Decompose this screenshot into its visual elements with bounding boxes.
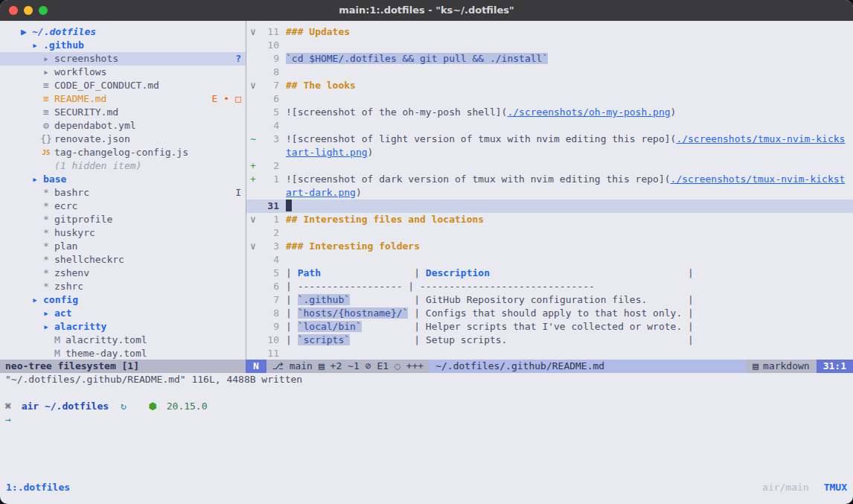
editor-line[interactable]: 9| `local/bin` | Helper scripts that I'v… [246,320,853,334]
folder-icon: ▶ [18,25,30,39]
tree-item[interactable]: ▸alacritty [0,320,246,334]
line-content: ## Interesting files and locations [286,213,846,226]
tree-item[interactable]: ▸config [0,293,246,307]
tree-item[interactable]: ▸workflows [0,66,246,79]
filetype-icon: ▤ [753,360,758,373]
editor-line[interactable]: 8 [246,66,853,79]
editor-line[interactable]: 6 [246,92,853,106]
editor-line[interactable]: ∨3### Interesting folders [246,240,853,253]
statusline-filepath: ~/.dotfiles/.github/README.md [429,360,746,373]
tree-item-label: huskyrc [54,226,95,240]
tree-item[interactable]: ⚙dependabot.yml [0,119,246,133]
apple-icon: ⌘ [5,401,11,412]
tree-item[interactable]: ▶~/.dotfiles [0,25,246,39]
status-badge: ? [235,52,241,66]
diagnostics-count: ⊘ E1 [365,360,389,373]
editor-line[interactable]: 9`cd $HOME/.dotfiles && git pull && ./in… [246,52,853,66]
line-content: ![screenshot of the oh-my-posh shell](./… [286,106,846,119]
cursor [286,200,292,211]
editor-line[interactable]: 5![screenshot of the oh-my-posh shell](.… [246,106,853,119]
file-icon: ⚙ [40,119,52,133]
shell-prompt: ⌘ air ~/.dotfiles ↻ ⬢ 20.15.0 [5,400,853,413]
tree-item[interactable]: ▸base [0,173,246,186]
tree-item-label: .github [43,39,84,52]
tree-item[interactable]: *zshrc [0,280,246,293]
window-title: main:1:.dotfiles - "ks~/.dotfiles" [339,4,514,17]
editor-line[interactable]: 7| `.github` | GitHub Repository configu… [246,293,853,307]
tree-item-label: CODE_OF_CONDUCT.md [54,79,159,92]
line-number: 1 [260,173,279,186]
tree-item-label: act [54,307,71,320]
editor-line[interactable]: 4 [246,253,853,267]
tmux-pane: ▶~/.dotfiles▸.github▸screenshots?▸workfl… [0,21,853,360]
tree-item-label: base [43,173,66,186]
tree-item[interactable]: ▸.github [0,39,246,52]
editor-line[interactable]: 6| ------------------ | ----------------… [246,280,853,293]
tree-item[interactable]: ≡CODE_OF_CONDUCT.md [0,79,246,92]
line-content: | `local/bin` | Helper scripts that I've… [286,320,846,334]
tree-item[interactable]: Mtheme-day.toml [0,347,246,360]
statusline-extra: ◌ +++ [394,360,424,373]
tmux-window-item[interactable]: 1:.dotfiles [6,481,70,494]
editor-line[interactable]: ~3![screenshot of light version of tmux … [246,133,853,159]
tree-item[interactable]: *plan [0,240,246,253]
file-icon: * [40,200,52,213]
line-content: ![screenshot of light version of tmux wi… [286,133,846,159]
node-version: 20.15.0 [167,401,208,412]
tree-item-label: shellcheckrc [54,253,124,267]
folder-icon: ▸ [40,320,52,334]
editor-line[interactable]: 11 [246,347,853,360]
editor-line[interactable]: 2 [246,226,853,240]
folder-icon: ▸ [40,52,52,66]
tree-item[interactable]: *ecrc [0,200,246,213]
tree-item-label: theme-day.toml [66,347,147,360]
file-icon: * [40,240,52,253]
file-icon: M [51,334,63,347]
file-icon: {} [40,133,52,146]
tree-item[interactable]: ▸screenshots? [0,52,246,66]
editor-line[interactable]: 10 [246,39,853,52]
editor-line[interactable]: +1![screenshot of dark version of tmux w… [246,173,853,200]
tree-item[interactable]: JStag-changelog-config.js [0,146,246,159]
folder-icon: ▸ [40,307,52,320]
tree-item[interactable]: *huskyrc [0,226,246,240]
editor-line[interactable]: ∨11### Updates [246,25,853,39]
traffic-lights [9,0,48,21]
close-button[interactable] [9,6,18,15]
editor-line[interactable]: 8| `hosts/{hostname}/` | Configs that sh… [246,307,853,320]
line-number: 11 [260,25,279,39]
editor-line[interactable]: 4 [246,119,853,133]
editor-line[interactable]: ∨1## Interesting files and locations [246,213,853,226]
tree-item[interactable]: ≡README.mdE•□ [0,92,246,106]
line-content: | ------------------ | -----------------… [286,280,846,293]
editor-line[interactable]: +2 [246,159,853,173]
editor-line[interactable]: 31 [246,200,853,213]
status-badge: I [235,186,241,200]
minimize-button[interactable] [24,6,33,15]
tree-item[interactable]: *zshenv [0,267,246,280]
tree-item-label: alacritty.toml [66,334,147,347]
tree-item[interactable]: ▸act [0,307,246,320]
tree-item[interactable]: {}renovate.json [0,133,246,146]
editor-line[interactable]: ∨7## The looks [246,79,853,92]
editor-line[interactable]: 5| Path | Description | [246,267,853,280]
tree-item-label: plan [54,240,77,253]
line-number: 6 [260,92,279,106]
tree-item[interactable]: (1 hidden item) [0,159,246,173]
tree-item[interactable]: *gitprofile [0,213,246,226]
tree-item[interactable]: ≡SECURITY.md [0,106,246,119]
fullscreen-button[interactable] [39,6,48,15]
gutter-sign: + [246,159,260,173]
tree-item[interactable]: *shellcheckrc [0,253,246,267]
git-branch: ⎇ main [272,360,313,373]
git-sync-icon: ↻ [121,401,127,412]
tree-item-label: config [43,293,78,307]
editor-line[interactable]: 10| `scripts` | Setup scripts. | [246,334,853,347]
editor-buffer[interactable]: ∨11### Updates109`cd $HOME/.dotfiles && … [246,21,853,360]
markdown-link[interactable]: ./screenshots/oh-my-posh.png [507,106,670,118]
titlebar: main:1:.dotfiles - "ks~/.dotfiles" [0,0,853,21]
tree-item[interactable]: *bashrcI [0,186,246,200]
tree-item[interactable]: Malacritty.toml [0,334,246,347]
line-number: 9 [260,320,279,334]
git-diff-counts: ▤ +2 ~1 [319,360,360,373]
